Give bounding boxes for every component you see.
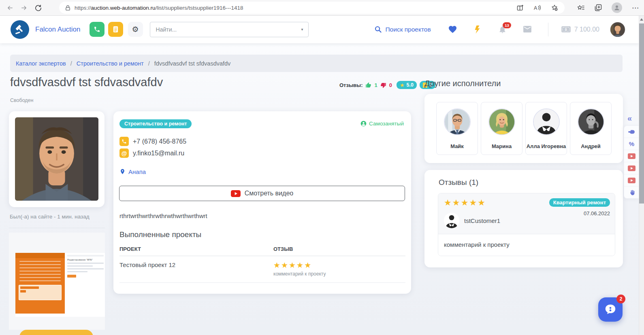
profile-photo[interactable]	[15, 117, 98, 201]
project-name[interactable]: Тестовый проект 12	[119, 261, 273, 277]
split-screen-icon[interactable]	[517, 4, 524, 11]
read-aloud-icon[interactable]: A	[533, 4, 541, 11]
chevron-down-icon[interactable]: ▾	[301, 27, 303, 32]
more-icon[interactable]: ⋯	[632, 4, 639, 12]
supplier-details-card: Строительство и ремонт Самозанятый +7 (6…	[113, 111, 411, 294]
youtube-link-icon[interactable]	[624, 162, 639, 174]
category-badge[interactable]: Строительство и ремонт	[119, 119, 192, 128]
collections-icon[interactable]	[595, 4, 602, 11]
reviewer-avatar	[444, 213, 459, 228]
breadcrumb-category-link[interactable]: Строительство и ремонт	[77, 60, 144, 67]
chat-widget-button[interactable]: 2	[598, 297, 623, 322]
forward-icon[interactable]	[21, 4, 28, 11]
boost-button[interactable]	[474, 25, 480, 34]
thumbs-up-icon	[365, 82, 371, 88]
project-search-link[interactable]: Поиск проектов	[375, 26, 431, 33]
search-icon	[375, 26, 382, 33]
favorites-bar-icon[interactable]	[577, 4, 585, 11]
browser-action-icons: ⋯	[577, 0, 639, 15]
back-icon[interactable]	[6, 4, 13, 11]
performer-name[interactable]: Андрей	[581, 143, 601, 149]
breadcrumb-catalog-link[interactable]: Каталог экспертов	[16, 60, 66, 67]
browser-profile-icon[interactable]	[612, 2, 622, 13]
portfolio-thumbnail[interactable]: Редактирование "ВТБ"	[9, 233, 105, 330]
youtube-link-icon[interactable]	[624, 174, 639, 187]
last-seen-text: Был(-а) на сайте - 1 мин. назад	[10, 214, 90, 220]
favorites-heart-button[interactable]	[448, 25, 457, 34]
supplier-description: rthrtwrthwrthrwthrwthwrthwrthwrt	[119, 212, 207, 219]
screen: https://auction.web-automation.ru/list/s…	[0, 0, 644, 335]
column-project: ПРОЕКТ	[119, 246, 273, 252]
review-project-badge[interactable]: Квартирный ремонт	[549, 198, 610, 207]
reviewer-name[interactable]: tstCustomer1	[464, 217, 500, 224]
header-search-box[interactable]: ▾	[150, 22, 309, 37]
performer-name[interactable]: Алла Игоревна	[527, 143, 566, 149]
url-text[interactable]: https://auction.web-automation.ru/list/s…	[75, 5, 243, 11]
heart-icon	[448, 25, 457, 34]
breadcrumb-separator: /	[70, 60, 72, 67]
phone-contact-button[interactable]	[90, 22, 104, 37]
hand-icon[interactable]	[624, 187, 639, 198]
person-icon	[360, 121, 367, 127]
balance-display[interactable]: 0 7 100.00	[561, 26, 599, 33]
avatar	[488, 108, 515, 135]
lightning-icon	[474, 25, 480, 34]
browser-nav-buttons	[6, 0, 42, 15]
portfolio-thumb-sidebar	[15, 253, 65, 314]
notifications-button[interactable]: 13	[498, 25, 507, 34]
email-row[interactable]: @ y.finko15@mail.ru	[119, 148, 184, 158]
messages-button[interactable]	[523, 26, 532, 33]
pointer-icon[interactable]	[624, 126, 639, 138]
scroll-up-arrow[interactable]	[640, 18, 643, 21]
review-header: ★★★★★ Квартирный ремонт 07.06.2022 tstCu…	[438, 193, 615, 234]
gavel-icon	[14, 23, 26, 36]
scrollbar-thumb[interactable]	[639, 23, 644, 204]
svg-text:A: A	[534, 5, 537, 11]
location-row[interactable]: Анапа	[119, 168, 146, 175]
city-name[interactable]: Анапа	[128, 168, 146, 175]
reviews-summary: Отзывы: 1 0 ★ 5.0 ✓ 2	[339, 80, 435, 90]
self-employed-badge: Самозанятый	[360, 121, 404, 127]
refresh-icon[interactable]	[35, 4, 42, 11]
phone-number[interactable]: +7 (678) 456-8765	[133, 138, 186, 145]
youtube-link-icon[interactable]	[624, 150, 639, 162]
performer-tile[interactable]: Майк	[436, 102, 478, 155]
column-review: ОТЗЫВ	[273, 246, 293, 252]
reviews-section-title: Отзывы (1)	[439, 178, 478, 187]
collapse-icon[interactable]: «	[627, 114, 632, 123]
favorite-add-icon[interactable]	[551, 4, 558, 11]
performer-name[interactable]: Майк	[450, 143, 464, 149]
falcon-auction-logo[interactable]	[11, 20, 29, 39]
dislikes-count: 0	[389, 82, 392, 88]
address-bar[interactable]: https://auction.web-automation.ru/list/s…	[59, 2, 565, 14]
search-input[interactable]	[155, 26, 299, 33]
brand-name[interactable]: Falcon Auction	[35, 25, 81, 34]
site-header: Falcon Auction ⚙ ▾ Поиск проектов 13	[0, 15, 639, 43]
avatar	[578, 108, 604, 135]
supplier-name-title: fdvsdfvasdvf tst sfdvasdvafdv	[10, 76, 163, 89]
performer-name[interactable]: Марина	[492, 143, 512, 149]
lock-icon	[65, 5, 71, 11]
documents-button[interactable]	[108, 22, 123, 37]
percent-icon[interactable]: %	[624, 138, 639, 150]
at-icon: @	[119, 148, 129, 158]
left-divider	[9, 228, 105, 228]
performer-tile[interactable]: Марина	[481, 102, 522, 155]
breadcrumb: Каталог экспертов / Строительство и ремо…	[10, 55, 623, 72]
performer-tile[interactable]: Андрей	[570, 102, 612, 155]
email-address[interactable]: y.finko15@mail.ru	[133, 150, 184, 157]
review-comment: комментарий к проекту	[438, 234, 615, 256]
window-scrollbar[interactable]	[639, 15, 644, 335]
side-action-rail: %	[624, 125, 639, 199]
user-avatar[interactable]	[610, 22, 625, 37]
portfolio-action-button[interactable]	[19, 330, 93, 335]
thumbs-down-icon	[380, 82, 386, 88]
project-review-comment: комментарий к проекту	[273, 271, 326, 277]
banknote-icon: 0	[561, 26, 571, 32]
settings-button[interactable]: ⚙	[128, 22, 143, 37]
notifications-badge: 13	[503, 22, 511, 28]
phone-row[interactable]: +7 (678) 456-8765	[119, 137, 186, 146]
watch-video-button[interactable]: Смотреть видео	[119, 186, 405, 201]
avatar	[533, 108, 560, 135]
performer-tile[interactable]: Алла Игоревна	[525, 102, 567, 155]
